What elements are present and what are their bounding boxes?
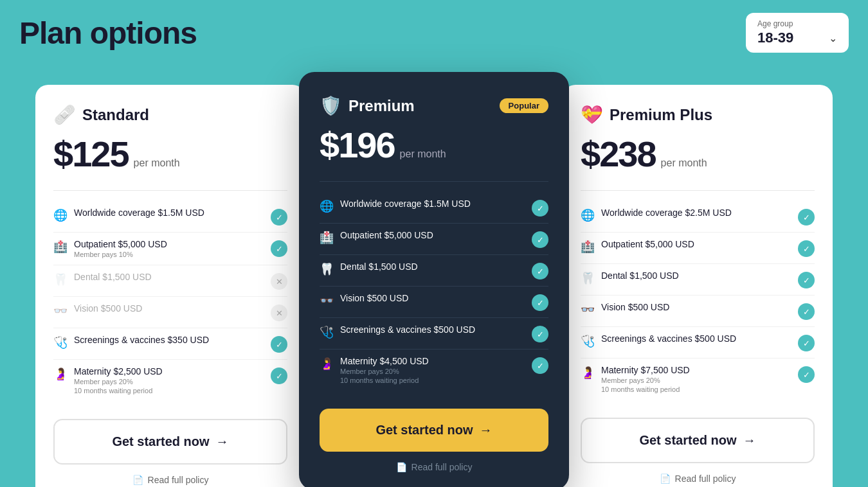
feature-vision-label: Vision $500 USD [74, 303, 142, 314]
age-group-value-row: 18-39 ⌄ [757, 30, 837, 46]
check-icon: ✓ [798, 303, 815, 320]
feature-screenings-label: Screenings & vaccines $500 USD [340, 324, 475, 335]
age-group-label: Age group [757, 19, 793, 28]
feature-list-premium: 🌐 Worldwide coverage $1.5M USD ✓ 🏥 Outpa… [320, 192, 548, 391]
check-icon: ✓ [532, 263, 548, 279]
plan-header-premium-plus: 💝 Premium Plus [581, 104, 815, 125]
feature-worldwide-pp: 🌐 Worldwide coverage $2.5M USD ✓ [581, 201, 815, 233]
price-row-premium-plus: $238 per month [581, 133, 815, 175]
read-policy-premium-plus[interactable]: 📄 Read full policy [581, 474, 815, 484]
plans-container: 🩹 Standard $125 per month 🌐 Worldwide co… [19, 72, 849, 487]
document-icon: 📄 [132, 475, 143, 485]
chevron-down-icon: ⌄ [829, 32, 837, 44]
feature-vision-label: Vision $500 USD [340, 293, 408, 303]
feature-worldwide: 🌐 Worldwide coverage $1.5M USD ✓ [53, 201, 287, 233]
plan-card-standard: 🩹 Standard $125 per month 🌐 Worldwide co… [35, 85, 305, 487]
feature-vision-label: Vision $500 USD [601, 302, 669, 312]
vision-icon: 👓 [320, 294, 334, 308]
get-started-premium-plus[interactable]: Get started now → [581, 418, 815, 463]
globe-icon: 🌐 [581, 208, 595, 222]
age-group-value: 18-39 [757, 30, 793, 46]
check-icon: ✓ [798, 272, 815, 288]
feature-dental: 🦷 Dental $1,500 USD ✕ [53, 265, 287, 297]
age-group-selector[interactable]: Age group 18-39 ⌄ [746, 13, 849, 53]
feature-maternity-label: Maternity $7,500 USD [601, 365, 690, 375]
page-title: Plan options [19, 15, 197, 51]
plan-icon-standard: 🩹 [53, 104, 76, 125]
plan-card-premium-plus: 💝 Premium Plus $238 per month 🌐 Worldwid… [563, 85, 833, 487]
popular-badge: Popular [500, 98, 548, 113]
hospital-icon: 🏥 [581, 240, 595, 254]
check-icon: ✓ [798, 366, 815, 383]
per-month-premium-plus: per month [661, 157, 707, 169]
arrow-right-icon: → [216, 434, 229, 449]
screening-icon: 🩺 [320, 325, 334, 339]
price-row-premium: $196 per month [320, 124, 548, 166]
globe-icon: 🌐 [320, 199, 334, 213]
vision-icon: 👓 [581, 303, 595, 317]
price-standard: $125 [53, 133, 129, 175]
feature-outpatient-label: Outpatient $5,000 USD [74, 239, 167, 249]
check-icon: ✓ [532, 231, 548, 248]
plan-name-standard: Standard [82, 106, 149, 124]
feature-maternity-label: Maternity $4,500 USD [340, 356, 429, 366]
page-header: Plan options Age group 18-39 ⌄ [19, 13, 849, 53]
feature-maternity-waiting: 10 months waiting period [601, 385, 690, 393]
plan-card-premium: 🛡️ Premium Popular $196 per month 🌐 Worl… [299, 72, 569, 487]
feature-dental-label: Dental $1,500 USD [601, 270, 679, 281]
feature-outpatient-label: Outpatient $5,000 USD [601, 239, 694, 249]
get-started-standard[interactable]: Get started now → [53, 419, 287, 465]
document-icon: 📄 [396, 462, 407, 472]
document-icon: 📄 [660, 474, 671, 484]
divider-premium [320, 181, 548, 182]
maternity-icon: 🤰 [320, 357, 334, 371]
check-icon: ✓ [532, 294, 548, 311]
read-policy-premium[interactable]: 📄 Read full policy [320, 462, 548, 472]
check-icon: ✓ [798, 240, 815, 257]
screening-icon: 🩺 [53, 335, 68, 350]
hospital-icon: 🏥 [320, 231, 334, 245]
plan-name-premium-plus: Premium Plus [610, 106, 712, 124]
vision-icon: 👓 [53, 304, 68, 318]
plan-icon-premium-plus: 💝 [581, 104, 603, 125]
get-started-premium[interactable]: Get started now → [320, 409, 548, 452]
feature-maternity-waiting: 10 months waiting period [340, 376, 429, 384]
maternity-icon: 🤰 [53, 367, 68, 381]
check-icon: ✓ [532, 326, 548, 342]
feature-screenings: 🩺 Screenings & vaccines $350 USD ✓ [53, 328, 287, 360]
price-premium-plus: $238 [581, 133, 656, 175]
check-icon: ✓ [271, 367, 287, 384]
feature-maternity-pp: 🤰 Maternity $7,500 USD Member pays 20% 1… [581, 359, 815, 400]
maternity-icon: 🤰 [581, 366, 595, 380]
read-policy-standard[interactable]: 📄 Read full policy [53, 475, 287, 485]
plan-icon-premium: 🛡️ [320, 95, 342, 116]
feature-list-standard: 🌐 Worldwide coverage $1.5M USD ✓ 🏥 Outpa… [53, 201, 287, 401]
globe-icon: 🌐 [53, 208, 68, 222]
feature-outpatient-pp: 🏥 Outpatient $5,000 USD ✓ [581, 233, 815, 264]
dental-icon: 🦷 [581, 271, 595, 285]
feature-vision: 👓 Vision $500 USD ✕ [53, 297, 287, 328]
feature-vision-premium: 👓 Vision $500 USD ✓ [320, 287, 548, 318]
feature-dental-label: Dental $1,500 USD [340, 261, 418, 272]
per-month-standard: per month [134, 157, 180, 169]
feature-maternity-premium: 🤰 Maternity $4,500 USD Member pays 20% 1… [320, 350, 548, 391]
feature-screenings-premium: 🩺 Screenings & vaccines $500 USD ✓ [320, 318, 548, 350]
arrow-right-icon: → [743, 433, 756, 448]
feature-worldwide-label: Worldwide coverage $2.5M USD [601, 208, 732, 218]
check-icon: ✓ [798, 335, 815, 351]
feature-dental-pp: 🦷 Dental $1,500 USD ✓ [581, 264, 815, 296]
price-row-standard: $125 per month [53, 133, 287, 175]
plan-header-standard: 🩹 Standard [53, 104, 287, 125]
feature-outpatient: 🏥 Outpatient $5,000 USD Member pays 10% … [53, 233, 287, 265]
check-icon: ✓ [271, 240, 287, 257]
plan-header-premium: 🛡️ Premium Popular [320, 95, 548, 116]
plan-name-premium: Premium [348, 97, 415, 115]
dental-icon: 🦷 [53, 272, 68, 287]
arrow-right-icon: → [480, 423, 493, 438]
feature-vision-pp: 👓 Vision $500 USD ✓ [581, 296, 815, 327]
x-icon: ✕ [271, 305, 287, 321]
feature-maternity: 🤰 Maternity $2,500 USD Member pays 20% 1… [53, 360, 287, 401]
check-icon: ✓ [271, 336, 287, 353]
price-premium: $196 [320, 124, 395, 166]
feature-maternity-sub: Member pays 20% [340, 367, 429, 375]
